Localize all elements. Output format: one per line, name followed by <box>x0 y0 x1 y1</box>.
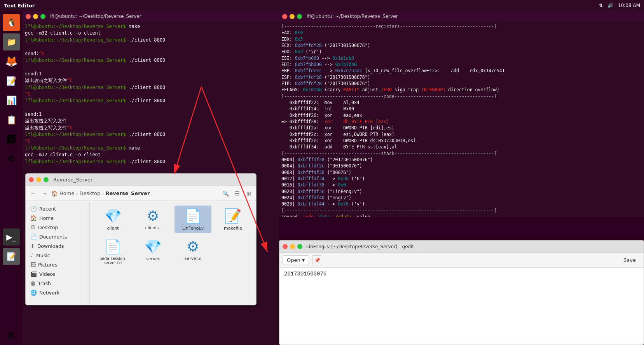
gedit-close-btn[interactable] <box>283 244 288 249</box>
taskbar: Text Editor ⇅ 🔊 10:08 AM <box>0 0 644 11</box>
sidebar-label-trash: Trash <box>38 281 51 286</box>
sidebar-gedit-icon[interactable]: 📝 <box>3 248 20 265</box>
max-btn-left[interactable] <box>40 14 45 19</box>
fm-search-btn[interactable]: 🔍 <box>220 188 230 199</box>
terminal-right[interactable]: lfl@ubuntu: ~/Desktop/Reverse_Server [--… <box>279 11 644 217</box>
sidebar-label-recent: Recent <box>39 206 56 212</box>
sidebar-label-pictures: Pictures <box>38 262 58 268</box>
sidebar-label-documents: Documents <box>39 234 67 240</box>
close-btn-right[interactable] <box>282 14 287 19</box>
fm-list-view-btn[interactable]: ☰ <box>232 188 242 199</box>
file-linfenglv[interactable]: 📄 LinFengLv <box>175 206 211 233</box>
gedit-text: 2017301500076 <box>284 271 326 277</box>
sidebar-item-videos[interactable]: 🎬 Videos <box>26 269 89 279</box>
downloads-icon: ⬇ <box>30 243 35 249</box>
gedit-window[interactable]: LinFengLv (~/Desktop/Reverse_Server) - g… <box>279 240 644 345</box>
breadcrumb-reverse-server[interactable]: Reverse_Server <box>105 190 150 196</box>
videos-icon: 🎬 <box>30 271 37 277</box>
documents-icon: 📄 <box>30 233 37 240</box>
linfenglv-icon: 📄 <box>184 208 202 224</box>
sidebar-label-downloads: Downloads <box>37 243 64 249</box>
gedit-save-btn[interactable]: Save <box>619 256 641 265</box>
sidebar-item-network[interactable]: 🌐 Network <box>26 288 89 297</box>
breadcrumb-desktop[interactable]: Desktop <box>80 190 101 196</box>
file-server[interactable]: 💎 server <box>134 236 171 267</box>
pictures-icon: 🖼 <box>30 261 36 268</box>
gedit-open-btn[interactable]: Open ▼ <box>283 255 309 265</box>
fm-close-btn[interactable] <box>29 177 34 182</box>
sidebar-trash-icon[interactable]: 🗑 <box>3 326 20 343</box>
sidebar-settings-icon[interactable]: ⚙ <box>3 150 20 167</box>
sidebar: 🐧 📁 🦊 📝 📊 📋 🅰 ⚙ ▶_ 📝 🗑 <box>0 11 23 345</box>
file-linfenglv-label: LinFengLv <box>182 226 204 231</box>
taskbar-title: Text Editor <box>4 3 35 9</box>
max-btn-right[interactable] <box>297 14 302 19</box>
main-area: lfl@ubuntu: ~/Desktop/Reverse_Server lfl… <box>23 11 644 345</box>
pin-icon: 📌 <box>314 258 320 263</box>
sidebar-item-pictures[interactable]: 🖼 Pictures <box>26 260 89 269</box>
sidebar-label-network: Network <box>39 290 59 296</box>
file-client-c[interactable]: ⚙ client.c <box>134 206 171 233</box>
volume-icon: 🔊 <box>607 3 613 8</box>
fm-breadcrumb: 🏠 Home › Desktop › Reverse_Server <box>51 190 150 197</box>
sidebar-item-recent[interactable]: 🕐 Recent <box>26 204 89 213</box>
fm-files: 💎 client ⚙ client.c 📄 LinFengLv 📝 makefi… <box>90 201 256 305</box>
gedit-min-btn[interactable] <box>290 244 295 249</box>
sidebar-item-music[interactable]: ♪ Music <box>26 251 89 260</box>
sidebar-label-home: Home <box>39 215 54 221</box>
sidebar-item-desktop[interactable]: 🖥 Desktop <box>26 223 89 232</box>
gedit-title: LinFengLv (~/Desktop/Reverse_Server) - g… <box>306 244 414 249</box>
home-icon: 🏠 <box>30 215 37 221</box>
network-icon: 🌐 <box>30 289 37 296</box>
min-btn-left[interactable] <box>33 14 38 19</box>
fm-min-btn[interactable] <box>36 177 41 182</box>
server-icon: 💎 <box>144 239 162 255</box>
taskbar-right: ⇅ 🔊 10:08 AM <box>599 3 640 8</box>
sidebar-item-documents[interactable]: 📄 Documents <box>26 232 89 241</box>
fm-forward-btn[interactable]: → <box>40 188 50 199</box>
sidebar-amazon-icon[interactable]: 🅰 <box>3 131 20 148</box>
file-manager[interactable]: Reverse_Server ← → 🏠 Home › Desktop › Re… <box>25 173 257 305</box>
sidebar-label-music: Music <box>36 253 50 258</box>
sidebar-item-downloads[interactable]: ⬇ Downloads <box>26 241 89 251</box>
fm-grid-view-btn[interactable]: ⊞ <box>244 188 254 199</box>
sidebar-item-home[interactable]: 🏠 Home <box>26 213 89 223</box>
sidebar-writer-icon[interactable]: 📝 <box>3 72 20 89</box>
sidebar-firefox-icon[interactable]: 🦊 <box>3 53 20 70</box>
file-server-c[interactable]: ⚙ server.c <box>175 236 211 267</box>
file-client-label: client <box>107 226 119 231</box>
file-server-label: server <box>146 256 160 261</box>
gedit-max-btn[interactable] <box>297 244 302 249</box>
gedit-titlebar: LinFengLv (~/Desktop/Reverse_Server) - g… <box>279 240 644 253</box>
sidebar-calc-icon[interactable]: 📊 <box>3 92 20 109</box>
recent-icon: 🕐 <box>30 206 37 212</box>
file-peda-session[interactable]: 📄 peda-session-server.txt <box>94 236 131 267</box>
gedit-content[interactable]: 2017301500076 <box>279 268 644 280</box>
sidebar-item-trash[interactable]: 🗑 Trash <box>26 279 89 288</box>
fm-max-btn[interactable] <box>44 177 49 182</box>
clock: 10:08 AM <box>618 3 640 8</box>
terminal-right-body[interactable]: [----------------------------------regis… <box>279 22 644 217</box>
terminal-right-titlebar: lfl@ubuntu: ~/Desktop/Reverse_Server <box>279 11 644 22</box>
gedit-pin-btn[interactable]: 📌 <box>312 255 322 265</box>
sidebar-terminal-icon[interactable]: ▶_ <box>3 228 20 246</box>
file-makefile[interactable]: 📝 makefile <box>215 206 251 233</box>
breadcrumb-home[interactable]: Home <box>59 190 74 196</box>
min-btn-right[interactable] <box>290 14 295 19</box>
sidebar-label-desktop: Desktop <box>38 225 58 230</box>
file-peda-session-label: peda-session-server.txt <box>97 256 129 265</box>
fm-back-btn[interactable]: ← <box>28 188 38 199</box>
terminal-left-title: lfl@ubuntu: ~/Desktop/Reverse_Server <box>50 14 141 19</box>
ubuntu-logo-icon[interactable]: 🐧 <box>3 14 20 31</box>
file-server-c-label: server.c <box>185 256 201 261</box>
file-client-c-label: client.c <box>145 225 161 230</box>
sidebar-impress-icon[interactable]: 📋 <box>3 111 20 128</box>
fm-statusbar: "LinFengLv" selected (13 bytes) <box>26 305 256 305</box>
sidebar-files-icon[interactable]: 📁 <box>3 33 20 51</box>
close-btn-left[interactable] <box>26 14 31 19</box>
fm-title: Reverse_Server <box>53 177 92 183</box>
client-icon: 💎 <box>104 208 122 224</box>
client-c-icon: ⚙ <box>147 208 159 224</box>
network-icon: ⇅ <box>599 3 603 8</box>
file-client[interactable]: 💎 client <box>94 206 131 233</box>
